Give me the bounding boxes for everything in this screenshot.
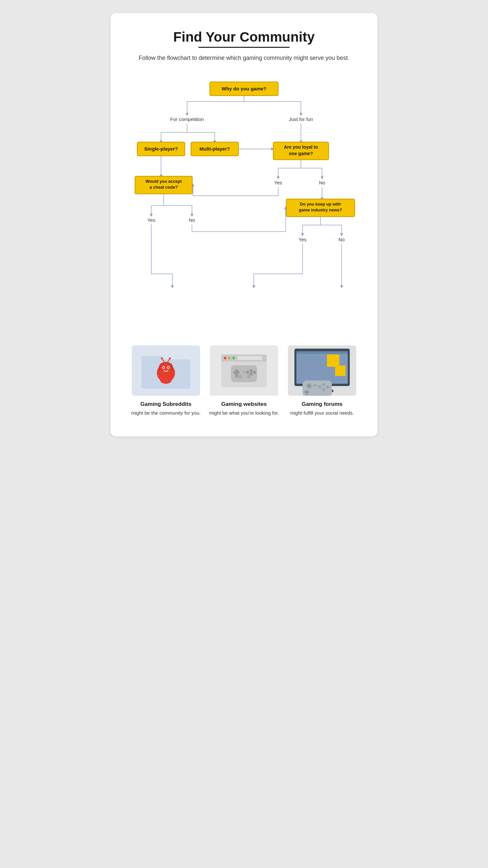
subreddits-illustration bbox=[138, 350, 193, 392]
websites-illustration bbox=[216, 350, 272, 392]
cheat-yes-label: Yes bbox=[147, 217, 155, 223]
news-yes-label: Yes bbox=[299, 237, 306, 242]
svg-point-29 bbox=[247, 375, 251, 378]
svg-rect-35 bbox=[335, 366, 345, 376]
single-text: Single-player? bbox=[144, 146, 178, 152]
multi-text: Multi-player? bbox=[200, 146, 230, 152]
svg-point-17 bbox=[224, 357, 226, 359]
title-underline bbox=[199, 47, 289, 48]
cheat-text2: a cheat code? bbox=[150, 185, 178, 190]
svg-point-44 bbox=[318, 385, 322, 389]
loyal-no-label: No bbox=[319, 180, 325, 185]
websites-desc: might be what you're looking for. bbox=[209, 409, 279, 417]
cheat-no-label: No bbox=[189, 217, 195, 223]
svg-point-11 bbox=[169, 358, 171, 359]
competition-label: For competition bbox=[170, 117, 204, 122]
websites-title: Gaming websites bbox=[221, 401, 267, 407]
svg-point-43 bbox=[322, 388, 325, 391]
svg-rect-20 bbox=[238, 356, 262, 360]
subreddits-desc: might be the community for you. bbox=[131, 409, 201, 417]
news-no-label: No bbox=[338, 237, 344, 242]
svg-rect-1 bbox=[142, 356, 163, 362]
page-title: Find Your Community bbox=[130, 29, 358, 45]
root-question-text: Why do you game? bbox=[221, 86, 267, 91]
news-text1: Do you keep up with bbox=[300, 202, 341, 207]
svg-rect-23 bbox=[234, 371, 239, 374]
loyal-text1: Are you loyal to bbox=[284, 145, 318, 150]
svg-rect-13 bbox=[172, 367, 174, 370]
results-section: Gaming Subreddits might be the community… bbox=[130, 345, 358, 417]
svg-point-19 bbox=[232, 357, 235, 359]
svg-point-40 bbox=[308, 385, 310, 388]
svg-rect-12 bbox=[158, 367, 160, 370]
svg-point-9 bbox=[161, 358, 163, 359]
result-forums: Gaming forums might fulfill your social … bbox=[286, 345, 358, 417]
subreddits-title: Gaming Subreddits bbox=[141, 401, 192, 407]
result-subreddits: Gaming Subreddits might be the community… bbox=[130, 345, 202, 417]
main-card: Find Your Community Follow the flowchart… bbox=[111, 13, 377, 436]
forums-title: Gaming forums bbox=[302, 401, 342, 407]
svg-point-25 bbox=[253, 371, 256, 374]
cheat-text1: Would you accept bbox=[146, 179, 182, 184]
forums-desc: might fulfill your social needs. bbox=[290, 409, 354, 417]
svg-point-14 bbox=[160, 376, 172, 384]
svg-rect-45 bbox=[313, 384, 317, 386]
svg-point-28 bbox=[238, 375, 242, 378]
svg-rect-30 bbox=[243, 371, 245, 373]
page-subtitle: Follow the flowchart to determine which … bbox=[130, 54, 358, 62]
svg-point-41 bbox=[322, 383, 325, 386]
fun-label: Just for fun bbox=[289, 117, 313, 122]
loyal-yes-label: Yes bbox=[274, 180, 282, 185]
svg-point-18 bbox=[228, 357, 231, 359]
svg-point-42 bbox=[326, 385, 329, 389]
svg-point-27 bbox=[246, 371, 249, 374]
svg-rect-47 bbox=[304, 391, 309, 393]
loyal-text2: one game? bbox=[289, 151, 313, 156]
result-websites: Gaming websites might be what you're loo… bbox=[208, 345, 280, 417]
flowchart: Why do you game? For competition Just fo… bbox=[130, 75, 358, 355]
svg-point-24 bbox=[249, 369, 253, 372]
svg-point-6 bbox=[163, 367, 164, 368]
flowchart-svg: Why do you game? For competition Just fo… bbox=[130, 75, 358, 355]
svg-rect-34 bbox=[327, 354, 339, 367]
svg-point-7 bbox=[167, 367, 169, 368]
news-text2: game industry news? bbox=[299, 208, 342, 212]
